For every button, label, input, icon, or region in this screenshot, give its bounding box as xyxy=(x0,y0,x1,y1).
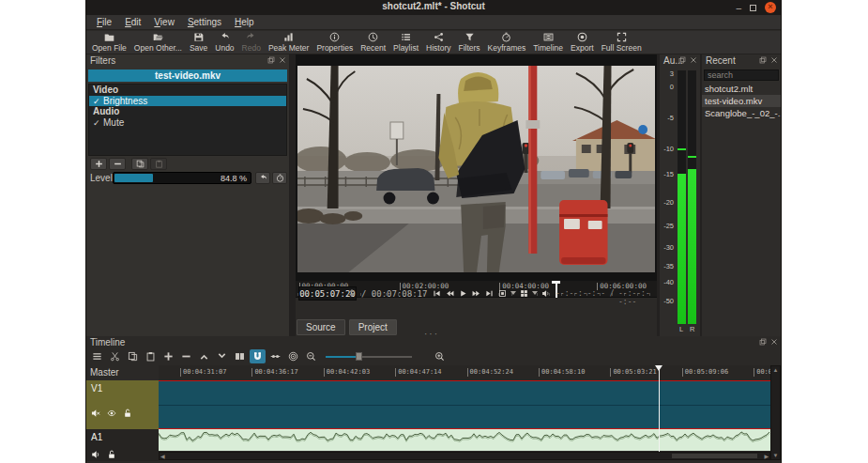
fast-forward-button[interactable] xyxy=(470,286,482,301)
skip-next-button[interactable] xyxy=(483,286,495,301)
keyframe-toggle-button[interactable] xyxy=(272,172,287,184)
tab-project[interactable]: Project xyxy=(349,319,397,335)
open-file-button[interactable]: Open File xyxy=(88,31,130,54)
skip-previous-button[interactable] xyxy=(431,286,443,301)
grid-button[interactable] xyxy=(518,286,530,301)
scrollbar-thumb[interactable] xyxy=(672,454,757,458)
append-button[interactable] xyxy=(160,349,176,363)
mute-icon[interactable] xyxy=(91,405,100,422)
close-panel-icon[interactable] xyxy=(279,56,286,64)
reset-level-button[interactable] xyxy=(255,172,270,184)
timeline-zoom-slider[interactable] xyxy=(326,349,412,363)
timecode-spinner[interactable] xyxy=(349,289,355,297)
video-clip-v1[interactable] xyxy=(159,380,770,429)
ripple-all-button[interactable] xyxy=(285,349,301,363)
remove-button[interactable] xyxy=(109,158,126,170)
paste-button[interactable] xyxy=(143,349,159,363)
playlist-button[interactable]: Playlist xyxy=(389,31,422,54)
peak-meter-button[interactable]: Peak Meter xyxy=(265,31,312,54)
ripple-delete-button[interactable] xyxy=(178,349,194,363)
master-track-label[interactable]: Master xyxy=(90,367,119,378)
track-header-a1[interactable]: A1 xyxy=(86,429,159,461)
recent-item[interactable]: test-video.mkv xyxy=(702,95,781,107)
split-button[interactable] xyxy=(232,349,248,363)
save-button[interactable]: Save xyxy=(186,31,211,54)
scroll-left-icon[interactable]: ◀ xyxy=(160,453,165,460)
close-panel-icon[interactable] xyxy=(770,56,778,64)
zoom-fit-dropdown-icon[interactable] xyxy=(510,291,516,295)
timeline-button[interactable]: Timeline xyxy=(529,31,567,54)
recent-button[interactable]: Recent xyxy=(357,31,389,54)
lock-open-icon[interactable] xyxy=(107,446,116,463)
lock-open-icon[interactable] xyxy=(123,405,132,422)
overwrite-button[interactable] xyxy=(214,349,230,363)
recent-item[interactable]: Scanglobe_-_02_-... xyxy=(702,107,781,119)
timeline-playhead[interactable] xyxy=(659,365,660,452)
spin-up-icon[interactable] xyxy=(349,289,355,292)
scrub-while-dragging-button[interactable] xyxy=(267,349,283,363)
filter-checkbox[interactable]: ✓ xyxy=(93,118,103,130)
volume-button[interactable] xyxy=(540,286,552,301)
snap-button[interactable] xyxy=(250,349,266,363)
recent-item[interactable]: shotcut2.mlt xyxy=(702,83,781,95)
zoom-in-button[interactable] xyxy=(432,349,448,363)
float-panel-icon[interactable] xyxy=(678,56,686,64)
playlist-label: Playlist xyxy=(393,43,419,53)
scroll-up-icon[interactable]: ▲ xyxy=(771,367,780,373)
menu-settings[interactable]: Settings xyxy=(181,16,228,28)
scroll-down-icon[interactable]: ▼ xyxy=(771,453,780,458)
meter-scale-label: -5 xyxy=(660,114,674,122)
play-button[interactable] xyxy=(457,286,469,301)
full-screen-button[interactable]: Full Screen xyxy=(598,31,646,54)
menu-help[interactable]: Help xyxy=(228,16,261,28)
grid-dropdown-icon[interactable] xyxy=(532,291,538,295)
float-panel-icon[interactable] xyxy=(759,56,767,64)
menu-file[interactable]: File xyxy=(90,16,118,28)
level-slider[interactable]: 84.8 % xyxy=(113,172,251,184)
filter-item-mute[interactable]: ✓Mute xyxy=(89,117,286,129)
lift-button[interactable] xyxy=(196,349,212,363)
redo-button[interactable]: Redo xyxy=(238,31,265,54)
titlebar[interactable]: shotcut2.mlt* - Shotcut – × xyxy=(86,0,781,15)
filter-item-brightness[interactable]: ✓Brightness xyxy=(89,96,286,107)
zoom-out-button[interactable] xyxy=(303,349,319,363)
copy-button[interactable] xyxy=(125,349,141,363)
properties-button[interactable]: Properties xyxy=(312,31,357,54)
float-panel-icon[interactable] xyxy=(759,338,767,346)
menu-view[interactable]: View xyxy=(147,16,181,28)
audio-clip-a1[interactable] xyxy=(159,429,770,451)
close-panel-icon[interactable] xyxy=(770,338,778,346)
timeline-ruler[interactable]: 00:04:31:0700:04:36:1700:04:42:0300:04:4… xyxy=(159,365,770,380)
recent-search-input[interactable]: search xyxy=(704,69,779,81)
minimize-button[interactable]: – xyxy=(736,3,741,13)
spin-down-icon[interactable] xyxy=(349,294,355,297)
track-header-v1[interactable]: V1 xyxy=(86,380,159,429)
timeline-horizontal-scrollbar[interactable]: ◀ ▶ xyxy=(159,452,770,460)
paste-filters-button[interactable] xyxy=(150,158,167,170)
copy-filters-button[interactable] xyxy=(131,158,148,170)
open-other-button[interactable]: Open Other... xyxy=(130,31,186,54)
float-panel-icon[interactable] xyxy=(267,56,275,64)
export-button[interactable]: Export xyxy=(567,31,598,54)
zoom-fit-button[interactable] xyxy=(496,286,509,301)
speaker-icon[interactable] xyxy=(91,446,100,463)
meter-channel-label: L xyxy=(679,325,683,333)
scroll-right-icon[interactable]: ▶ xyxy=(764,453,769,460)
close-button[interactable]: × xyxy=(765,2,776,13)
timeline-menu-button[interactable] xyxy=(89,349,105,363)
zoom-slider-handle[interactable] xyxy=(356,352,362,361)
add-button[interactable] xyxy=(90,158,107,170)
keyframes-button[interactable]: Keyframes xyxy=(484,31,530,54)
timeline-vertical-scrollbar[interactable]: ▲ ▼ xyxy=(770,365,781,460)
tab-source[interactable]: Source xyxy=(297,319,345,335)
maximize-button[interactable] xyxy=(750,3,756,13)
filters-button[interactable]: Filters xyxy=(454,31,483,54)
close-panel-icon[interactable] xyxy=(690,56,697,64)
menu-edit[interactable]: Edit xyxy=(118,16,147,28)
rewind-button[interactable] xyxy=(444,286,456,301)
eye-icon[interactable] xyxy=(107,405,116,422)
history-button[interactable]: History xyxy=(422,31,454,54)
position-timecode-field[interactable]: 00:05:07:20 xyxy=(298,286,357,301)
cut-button[interactable] xyxy=(107,349,123,363)
undo-button[interactable]: Undo xyxy=(211,31,237,54)
